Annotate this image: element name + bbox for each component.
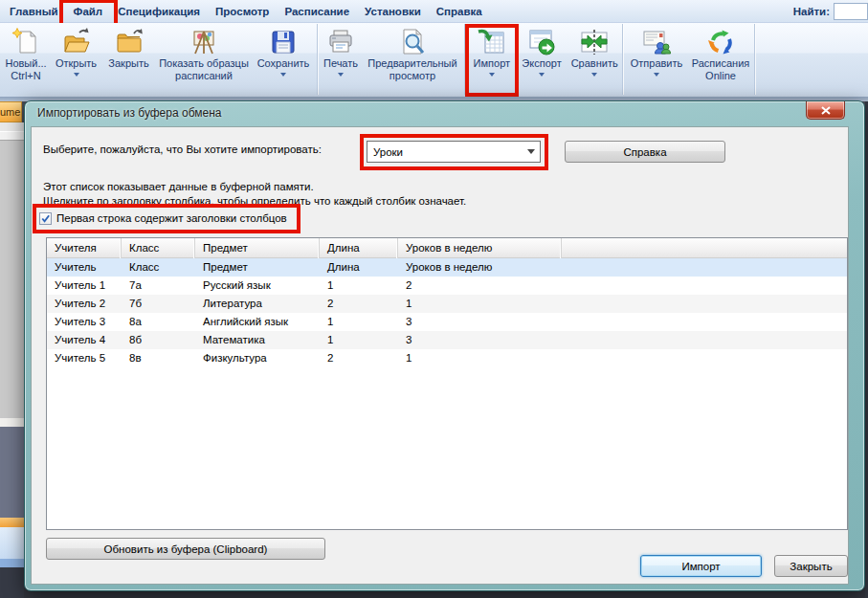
menu-item-settings[interactable]: Установки [357,0,429,23]
table-header-row: Учителя Класс Предмет Длина Уроков в нед… [47,238,847,258]
cell: 7б [122,295,195,313]
import-from-clipboard-dialog: Импортировать из буфера обмена Выберите,… [24,100,865,591]
column-header-class[interactable]: Класс [122,238,195,258]
cell: Предмет [195,258,320,277]
save-dropdown-arrow-icon[interactable] [280,73,286,79]
print-button-label: Печать [323,57,358,70]
new-button-label: Новый... [5,57,46,70]
save-floppy-icon [267,27,300,57]
column-header-length[interactable]: Длина [320,238,398,258]
background-grid-header [0,132,24,141]
printer-icon [324,27,357,57]
table-row[interactable]: Учитель 1 7а Русский язык 1 2 [47,277,847,295]
info-line-2: Щелкните по заголовку столбика, чтобы оп… [43,195,466,207]
first-row-headers-checkbox-label: Первая строка содержит заголовки столбцо… [56,212,287,224]
dialog-import-button[interactable]: Импорт [640,555,762,577]
menu-item-file-label: Файл [74,6,103,17]
timetables-online-button[interactable]: Расписания Online [688,24,753,95]
preview-label-line2: просмотр [389,70,435,82]
combo-arrow-zone[interactable] [523,143,539,161]
dialog-close-button[interactable] [806,101,845,120]
cell: Учитель 2 [47,295,122,313]
cell: 3 [398,313,562,331]
menu-item-file[interactable]: Файл [66,0,111,23]
cell: Учитель 4 [47,331,122,349]
ribbon-toolbar: Новый... Ctrl+N Открыть Закрыть Показать… [0,23,868,97]
first-row-headers-checkbox-row[interactable]: Первая строка содержит заголовки столбцо… [39,210,287,226]
save-button-label: Сохранить [257,57,310,70]
open-folder-icon [60,27,93,57]
cell: 1 [320,277,398,295]
cell: Длина [320,258,398,277]
column-header-teachers[interactable]: Учителя [47,238,122,258]
menu-item-help[interactable]: Справка [429,0,490,23]
close-x-icon [821,106,831,115]
background-panel-dark [0,427,24,518]
background-document-tab: umen [0,101,22,122]
menu-item-specification[interactable]: Спецификация [110,0,208,23]
table-row[interactable]: Учитель 4 8б Математика 1 3 [47,331,847,349]
open-button[interactable]: Открыть [50,24,102,95]
export-table-icon [525,27,558,57]
closed-folder-icon [113,27,145,57]
close-file-button-label: Закрыть [108,57,148,70]
cell: 8б [122,331,195,349]
cell: 1 [398,349,562,367]
compare-arrows-icon [578,27,611,57]
table-row[interactable]: Учитель 2 7б Литература 2 1 [47,295,847,313]
import-dropdown-arrow-icon[interactable] [489,73,495,79]
dialog-content: Выберите, пожалуйста, что Вы хотите импо… [31,126,849,585]
compare-button[interactable]: Сравнить [567,24,622,95]
import-table-icon [476,27,508,57]
menu-bar: Главный Файл Спецификация Просмотр Распи… [0,0,868,23]
cell: 2 [398,277,562,295]
new-document-icon [10,27,42,57]
print-button[interactable]: Печать [320,24,362,95]
info-line-1: Этот список показывает данные в буферной… [43,181,314,192]
import-type-select[interactable]: Уроки [367,141,541,163]
print-preview-button[interactable]: Предварительный просмотр [362,24,463,95]
help-button[interactable]: Справка [565,141,725,163]
import-button[interactable]: Импорт [467,24,517,95]
compare-button-label: Сравнить [571,57,618,70]
easel-icon [188,27,220,57]
cell: Литература [195,295,320,313]
open-button-label: Открыть [56,57,97,70]
show-samples-label-line1: Показать образцы [159,57,249,70]
checkbox-checked-icon[interactable] [39,212,52,225]
cell: 1 [320,331,398,349]
menu-item-view[interactable]: Просмотр [208,0,277,23]
import-button-label: Импорт [474,57,510,70]
send-dropdown-arrow-icon[interactable] [654,73,659,79]
close-file-button[interactable]: Закрыть [102,24,155,95]
update-from-clipboard-button[interactable]: Обновить из буфера (Clipboard) [46,538,325,560]
table-row[interactable]: Учитель 3 8а Английский язык 1 3 [47,313,847,331]
chevron-down-icon [527,149,535,158]
send-button[interactable]: Отправить [625,24,688,95]
save-button[interactable]: Сохранить [253,24,314,95]
export-button[interactable]: Экспорт [517,24,568,95]
menu-item-main[interactable]: Главный [2,0,66,23]
export-dropdown-arrow-icon[interactable] [539,73,545,79]
cell: Математика [195,331,320,349]
show-sample-timetables-button[interactable]: Показать образцы расписаний [155,24,253,95]
dialog-close-action-button[interactable]: Закрыть [774,555,848,577]
new-button-shortcut: Ctrl+N [11,70,40,82]
online-label-line1: Расписания [692,57,749,70]
background-strip [0,122,24,132]
table-row[interactable]: Учитель Класс Предмет Длина Уроков в нед… [47,258,847,277]
find-input[interactable] [834,3,868,20]
column-header-subject[interactable]: Предмет [195,238,320,258]
cell: Класс [122,258,195,277]
table-row[interactable]: Учитель 5 8в Физкультура 2 1 [47,349,847,367]
print-dropdown-arrow-icon[interactable] [338,73,344,79]
new-button[interactable]: Новый... Ctrl+N [2,24,50,95]
import-type-selected-value: Уроки [373,146,403,158]
open-dropdown-arrow-icon[interactable] [74,73,79,79]
background-strip [0,418,24,427]
compare-dropdown-arrow-icon[interactable] [591,73,597,79]
column-header-lessons-per-week[interactable]: Уроков в неделю [398,238,562,258]
dialog-title: Импортировать из буфера обмена [37,106,222,120]
import-type-prompt: Выберите, пожалуйста, что Вы хотите импо… [43,144,322,155]
menu-item-timetable[interactable]: Расписание [277,0,357,23]
